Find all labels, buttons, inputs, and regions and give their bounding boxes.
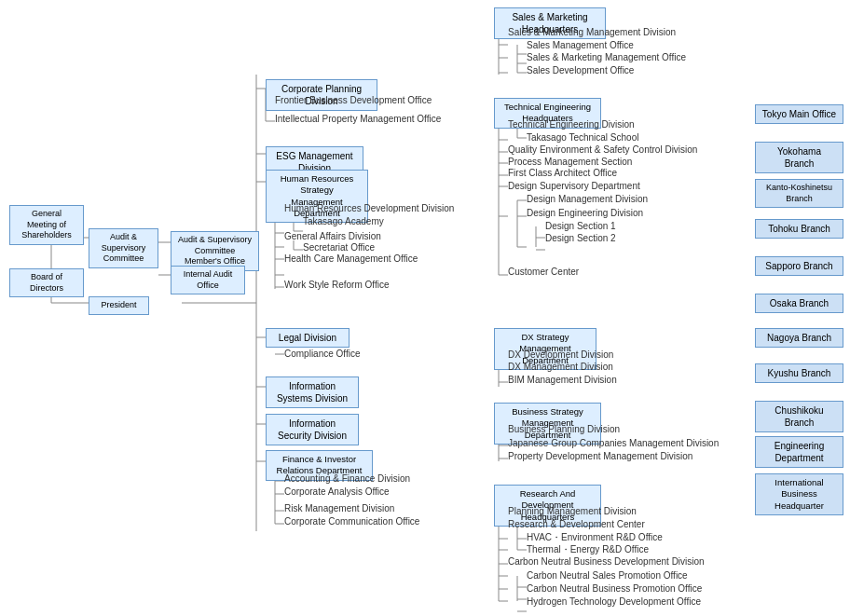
design-section2-item: Design Section 2 [545, 233, 616, 243]
quality-env-item: Quality Environment & Safety Control Div… [508, 144, 697, 155]
accounting-label: Accounting & Finance Division [284, 473, 410, 484]
legal-label: Legal Division [279, 333, 336, 343]
hvac-label: HVAC・Environment R&D Office [527, 532, 663, 542]
carbon-sales-label: Carbon Neutral Sales Promotion Office [527, 570, 688, 581]
dx-mgmt-item: DX Management Division [508, 362, 613, 372]
sales-dev-item: Sales Development Office [527, 65, 634, 75]
sapporo-box: Sapporo Branch [755, 256, 843, 276]
tokyo-box: Tokyo Main Office [755, 104, 843, 124]
sales-mgmt-label: Sales Management Office [527, 40, 634, 50]
kyushu-label: Kyushu Branch [768, 368, 831, 378]
sales-marketing-mgmt-item: Sales & Marketing Management Division [508, 27, 676, 37]
corporate-analysis-item: Corporate Analysis Office [284, 486, 390, 497]
design-supervisory-item: Design Supervisory Department [508, 181, 640, 191]
takasago-academy-item: Takasago Academy [303, 216, 384, 226]
planning-mgmt-item: Planning Management Division [508, 506, 637, 516]
sales-marketing-mgmt-office-label: Sales & Marketing Management Office [527, 52, 686, 62]
dx-mgmt-label: DX Management Division [508, 362, 613, 372]
process-mgmt-item: Process Management Section [508, 157, 632, 167]
compliance-label: Compliance Office [284, 349, 361, 359]
general-affairs-label: General Affairs Division [284, 231, 381, 241]
international-label: International Business Headquarter [775, 477, 824, 511]
tohoku-box: Tohoku Branch [755, 219, 843, 239]
compliance-item: Compliance Office [284, 349, 361, 359]
design-engineering-label: Design Engineering Division [527, 208, 643, 218]
chushikoku-label: Chushikoku Branch [775, 405, 823, 428]
risk-mgmt-label: Risk Management Division [284, 503, 394, 513]
nagoya-box: Nagoya Branch [755, 328, 843, 348]
carbon-neutral-biz-label: Carbon Neutral Business Development Divi… [508, 556, 705, 567]
intellectual-property-item: Intellectual Property Management Office [275, 114, 441, 124]
corporate-comm-label: Corporate Communication Office [284, 516, 419, 527]
board-of-directors-label: Board of Directors [30, 272, 63, 293]
president-box: President [89, 296, 149, 315]
thermal-item: Thermal・Energy R&D Office [527, 543, 649, 556]
frontier-item: Frontier Business Development Office [275, 95, 432, 105]
business-strategy-label: Business Strategy Management Department [512, 406, 583, 440]
hr-strategy-box: Human Resources Strategy Management Depa… [266, 170, 368, 223]
thermal-label: Thermal・Energy R&D Office [527, 544, 649, 554]
dx-dev-item: DX Development Division [508, 349, 613, 360]
carbon-neutral-biz-item: Carbon Neutral Business Development Divi… [508, 556, 705, 567]
design-section2-label: Design Section 2 [545, 233, 616, 243]
sales-dev-label: Sales Development Office [527, 65, 634, 75]
kanto-box: Kanto-Koshinetsu Branch [755, 179, 843, 208]
japanese-group-label: Japanese Group Companies Management Divi… [508, 438, 719, 448]
nagoya-label: Nagoya Branch [767, 333, 831, 343]
sales-mgmt-item: Sales Management Office [527, 40, 634, 50]
takasago-technical-label: Takasago Technical School [527, 132, 638, 143]
hr-dev-item: Human Resources Development Division [284, 203, 454, 213]
audit-supervisory-box: Audit & Supervisory Committee [89, 228, 158, 268]
general-affairs-item: General Affairs Division [284, 231, 381, 241]
takasago-technical-item: Takasago Technical School [527, 132, 638, 143]
first-class-item: First Class Architect Office [508, 168, 617, 178]
kyushu-box: Kyushu Branch [755, 363, 843, 383]
design-mgmt-item: Design Management Division [527, 194, 648, 204]
design-supervisory-label: Design Supervisory Department [508, 181, 640, 191]
intellectual-property-label: Intellectual Property Management Office [275, 114, 441, 124]
general-meeting-label: General Meeting of Shareholders [21, 209, 72, 240]
sales-marketing-mgmt-office-item: Sales & Marketing Management Office [527, 52, 686, 62]
secretariat-label: Secretariat Office [303, 242, 375, 253]
bim-label: BIM Management Division [508, 375, 617, 385]
business-planning-item: Business Planning Division [508, 424, 620, 434]
frontier-label: Frontier Business Development Office [275, 95, 432, 105]
corporate-comm-item: Corporate Communication Office [284, 516, 419, 527]
takasago-academy-label: Takasago Academy [303, 216, 384, 226]
hr-dev-label: Human Resources Development Division [284, 203, 454, 213]
design-engineering-item: Design Engineering Division [527, 208, 643, 218]
health-care-label: Health Care Management Office [284, 253, 418, 264]
finance-investor-label: Finance & Investor Relations Department [277, 454, 363, 475]
president-label: President [101, 300, 136, 309]
property-dev-label: Property Development Management Division [508, 451, 692, 461]
research-dev-hq-label: Research And Development Headquarters [520, 488, 576, 522]
accounting-item: Accounting & Finance Division [284, 473, 410, 484]
japanese-group-item: Japanese Group Companies Management Divi… [508, 438, 719, 448]
hydrogen-item: Hydrogen Technology Development Office [527, 596, 701, 607]
carbon-biz-label: Carbon Neutral Business Promotion Office [527, 583, 702, 594]
internal-audit-label: Internal Audit Office [184, 269, 233, 290]
yokohama-label: Yokohama Branch [777, 146, 821, 169]
planning-mgmt-label: Planning Management Division [508, 506, 637, 516]
customer-center-label: Customer Center [508, 267, 579, 277]
carbon-biz-item: Carbon Neutral Business Promotion Office [527, 583, 702, 594]
dx-dev-label: DX Development Division [508, 349, 613, 360]
technical-engineering-div-label: Technical Engineering Division [508, 119, 635, 130]
info-systems-label: Information Systems Division [277, 381, 348, 404]
work-style-item: Work Style Reform Office [284, 280, 389, 290]
internal-audit-box: Internal Audit Office [171, 266, 245, 294]
business-planning-label: Business Planning Division [508, 424, 620, 434]
dx-strategy-label: DX Strategy Management Department [519, 332, 570, 365]
info-systems-box: Information Systems Division [266, 376, 359, 408]
kanto-label: Kanto-Koshinetsu Branch [766, 183, 832, 203]
engineering-dept-label: Engineering Department [775, 441, 824, 463]
risk-mgmt-item: Risk Management Division [284, 503, 394, 513]
design-section1-label: Design Section 1 [545, 221, 616, 231]
international-box: International Business Headquarter [755, 473, 843, 515]
work-style-label: Work Style Reform Office [284, 280, 389, 290]
legal-box: Legal Division [266, 328, 350, 348]
secretariat-item: Secretariat Office [303, 242, 375, 253]
chushikoku-box: Chushikoku Branch [755, 401, 843, 432]
corporate-analysis-label: Corporate Analysis Office [284, 486, 390, 497]
design-mgmt-label: Design Management Division [527, 194, 648, 204]
